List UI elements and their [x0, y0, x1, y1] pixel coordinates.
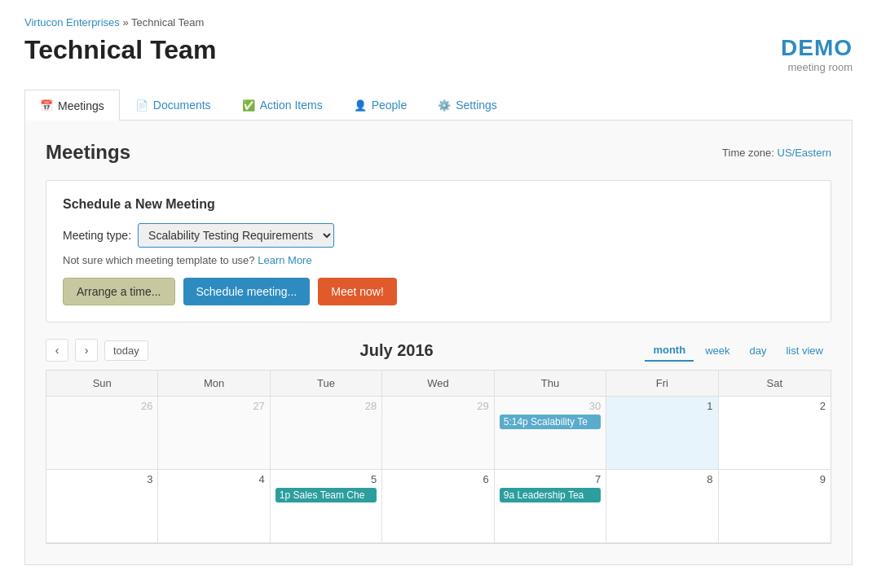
cal-cell[interactable]: 3	[46, 470, 158, 543]
cal-cell[interactable]: 9	[719, 470, 831, 543]
arrange-time-button[interactable]: Arrange a time...	[63, 278, 175, 305]
day-header-mon: Mon	[158, 371, 270, 397]
day-header-sun: Sun	[46, 371, 158, 397]
tab-action-items[interactable]: ✅ Action Items	[227, 90, 338, 120]
breadcrumb-separator: »	[120, 16, 131, 29]
demo-subtitle: meeting room	[781, 61, 853, 73]
meetings-header: Meetings Time zone: US/Eastern	[46, 141, 831, 164]
cal-cell[interactable]: 27	[158, 397, 270, 470]
checkbox-icon: ✅	[242, 99, 255, 112]
view-week-button[interactable]: week	[697, 340, 738, 362]
cal-cell[interactable]: 4	[158, 470, 270, 543]
tab-settings[interactable]: ⚙️ Settings	[422, 90, 513, 120]
cal-date-number: 28	[275, 400, 377, 412]
demo-badge: DEMO meeting room	[781, 35, 853, 73]
next-month-button[interactable]: ›	[75, 339, 98, 362]
calendar-header: Sun Mon Tue Wed Thu Fri Sat	[46, 371, 831, 397]
cal-date-number: 5	[275, 473, 377, 485]
today-button[interactable]: today	[104, 340, 148, 361]
cal-cell[interactable]: 305:14p Scalability Te	[495, 397, 606, 470]
gear-icon: ⚙️	[438, 99, 451, 112]
cal-cell[interactable]: 1	[606, 397, 718, 470]
timezone-display: Time zone: US/Eastern	[722, 147, 831, 159]
day-header-tue: Tue	[271, 371, 382, 397]
cal-date-number: 3	[51, 473, 152, 485]
calendar-view-buttons: month week day list view	[645, 340, 831, 362]
calendar-event[interactable]: 1p Sales Team Che	[275, 488, 377, 502]
cal-date-number: 6	[387, 473, 488, 485]
timezone-value[interactable]: US/Eastern	[778, 147, 831, 159]
day-header-sat: Sat	[719, 371, 831, 397]
calendar-nav: ‹ › today July 2016 month week day list …	[46, 339, 831, 362]
cal-date-number: 27	[163, 400, 264, 412]
calendar-event[interactable]: 5:14p Scalability Te	[500, 415, 601, 429]
cal-date-number: 9	[724, 473, 826, 485]
view-day-button[interactable]: day	[742, 340, 775, 362]
cal-date-number: 30	[500, 400, 601, 412]
prev-month-button[interactable]: ‹	[46, 339, 68, 362]
day-header-wed: Wed	[382, 371, 494, 397]
calendar-grid: Sun Mon Tue Wed Thu Fri Sat 26272829305:…	[46, 370, 831, 544]
meet-now-button[interactable]: Meet now!	[318, 278, 397, 305]
meeting-type-select[interactable]: Scalability Testing Requirements	[138, 223, 334, 248]
cal-cell[interactable]: 8	[606, 470, 718, 543]
schedule-box: Schedule a New Meeting Meeting type: Sca…	[46, 180, 831, 323]
timezone-label: Time zone:	[722, 147, 774, 159]
cal-cell[interactable]: 29	[382, 397, 494, 470]
meetings-section-title: Meetings	[46, 141, 130, 164]
cal-cell[interactable]: 2	[719, 397, 831, 470]
breadcrumb: Virtucon Enterprises » Technical Team	[24, 16, 853, 29]
day-header-fri: Fri	[606, 371, 718, 397]
cal-cell[interactable]: 51p Sales Team Che	[271, 470, 382, 543]
learn-more-link[interactable]: Learn More	[258, 254, 311, 266]
cal-cell[interactable]: 6	[382, 470, 494, 543]
schedule-heading: Schedule a New Meeting	[63, 197, 814, 212]
action-buttons: Arrange a time... Schedule meeting... Me…	[63, 278, 814, 305]
cal-date-number: 26	[51, 400, 152, 412]
cal-nav-left: ‹ › today	[46, 339, 148, 362]
cal-date-number: 8	[611, 473, 712, 485]
main-content: Meetings Time zone: US/Eastern Schedule …	[24, 121, 853, 565]
calendar-body: 26272829305:14p Scalability Te123451p Sa…	[46, 397, 831, 543]
calendar-month-title: July 2016	[360, 341, 434, 360]
tab-bar: 📅 Meetings 📄 Documents ✅ Action Items 👤 …	[24, 90, 853, 121]
cal-date-number: 1	[611, 400, 712, 412]
cal-date-number: 7	[500, 473, 601, 485]
cal-cell[interactable]: 26	[46, 397, 158, 470]
meeting-type-label: Meeting type:	[63, 229, 131, 242]
cal-date-number: 29	[387, 400, 488, 412]
breadcrumb-team: Technical Team	[131, 16, 204, 29]
learn-more-text: Not sure which meeting template to use? …	[63, 254, 814, 266]
document-icon: 📄	[135, 99, 148, 112]
view-month-button[interactable]: month	[645, 340, 694, 362]
calendar-event[interactable]: 9a Leadership Tea	[500, 488, 601, 502]
cal-cell[interactable]: 28	[271, 397, 382, 470]
demo-label: DEMO	[781, 35, 853, 61]
tab-people[interactable]: 👤 People	[338, 90, 423, 120]
cal-cell[interactable]: 79a Leadership Tea	[495, 470, 606, 543]
page-title: Technical Team	[24, 35, 216, 65]
view-list-button[interactable]: list view	[778, 340, 831, 362]
breadcrumb-company[interactable]: Virtucon Enterprises	[24, 16, 120, 29]
cal-date-number: 4	[163, 473, 264, 485]
cal-date-number: 2	[724, 400, 826, 412]
person-icon: 👤	[354, 99, 367, 112]
page-header: Technical Team DEMO meeting room	[24, 35, 853, 73]
calendar-icon: 📅	[40, 99, 53, 112]
meeting-type-row: Meeting type: Scalability Testing Requir…	[63, 223, 814, 248]
tab-documents[interactable]: 📄 Documents	[120, 90, 227, 120]
schedule-meeting-button[interactable]: Schedule meeting...	[183, 278, 311, 305]
tab-meetings[interactable]: 📅 Meetings	[24, 90, 120, 121]
day-header-thu: Thu	[495, 371, 606, 397]
